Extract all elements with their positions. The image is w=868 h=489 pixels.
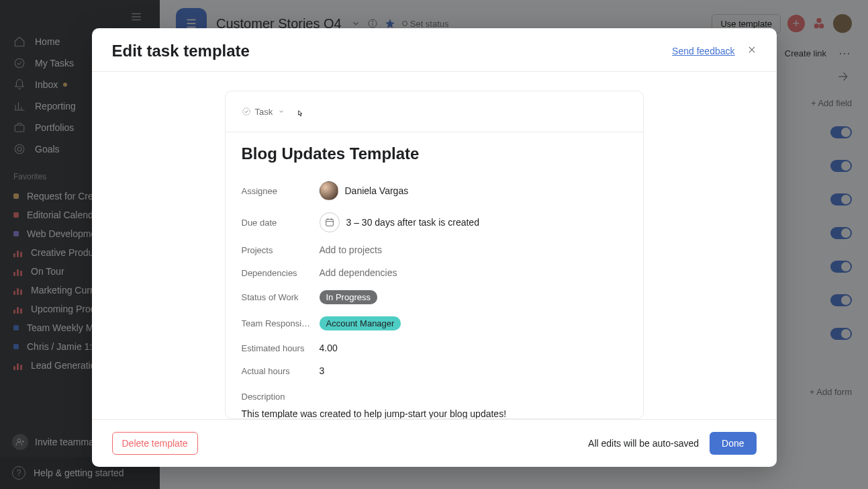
chevron-down-icon [278, 105, 285, 118]
description-label: Description [242, 382, 627, 408]
svg-rect-22 [326, 219, 333, 226]
modal-title: Edit task template [112, 42, 250, 60]
pointer-cursor-icon [295, 109, 305, 122]
template-name[interactable]: Blog Updates Template [242, 144, 627, 163]
due-date-value: 3 – 30 days after task is created [346, 217, 479, 228]
field-label: Projects [242, 245, 320, 255]
edit-template-modal: Edit task template Send feedback Task [92, 28, 777, 467]
template-card: Task Blog Updates Template Assignee [225, 91, 644, 419]
modal-footer: Delete template All edits will be auto-s… [92, 419, 777, 467]
field-due-date[interactable]: Due date 3 – 30 days after task is creat… [242, 206, 627, 238]
field-label: Due date [242, 218, 320, 228]
team-pill: Account Manager [320, 316, 401, 330]
template-fields: Blog Updates Template Assignee Daniela V… [226, 132, 643, 418]
actual-hours-value: 3 [320, 365, 325, 376]
delete-template-button[interactable]: Delete template [112, 432, 198, 455]
field-projects[interactable]: Projects Add to projects [242, 238, 627, 261]
field-actual-hours[interactable]: Actual hours 3 [242, 359, 627, 382]
close-button[interactable] [747, 45, 757, 57]
field-team[interactable]: Team Responsi… Account Manager [242, 310, 627, 337]
projects-value: Add to projects [320, 244, 382, 255]
done-button[interactable]: Done [710, 432, 756, 455]
field-label: Actual hours [242, 366, 320, 376]
calendar-icon [320, 212, 340, 232]
description-text[interactable]: This template was created to help jump-s… [242, 408, 627, 418]
field-dependencies[interactable]: Dependencies Add dependencies [242, 261, 627, 284]
assignee-name: Daniela Vargas [345, 185, 409, 196]
svg-point-21 [242, 108, 250, 116]
field-label: Estimated hours [242, 343, 320, 353]
modal-header: Edit task template Send feedback [92, 28, 777, 72]
task-outline-icon [242, 107, 251, 116]
status-pill: In Progress [320, 290, 377, 304]
field-label: Assignee [242, 186, 320, 196]
close-icon [747, 45, 757, 54]
modal-overlay: Edit task template Send feedback Task [0, 0, 868, 489]
task-chip-label: Task [255, 107, 273, 117]
autosave-notice: All edits will be auto-saved [588, 438, 699, 449]
task-type-chip: Task [242, 107, 273, 117]
modal-body: Task Blog Updates Template Assignee [92, 72, 777, 419]
field-status[interactable]: Status of Work In Progress [242, 284, 627, 310]
assignee-avatar [320, 181, 338, 200]
field-assignee[interactable]: Assignee Daniela Vargas [242, 175, 627, 206]
field-label: Status of Work [242, 292, 320, 302]
field-label: Dependencies [242, 268, 320, 278]
dependencies-value: Add dependencies [320, 267, 397, 278]
field-est-hours[interactable]: Estimated hours 4.00 [242, 337, 627, 359]
template-type-selector[interactable]: Task [226, 91, 643, 132]
est-hours-value: 4.00 [320, 343, 338, 353]
field-label: Team Responsi… [242, 318, 320, 328]
send-feedback-link[interactable]: Send feedback [672, 46, 734, 56]
